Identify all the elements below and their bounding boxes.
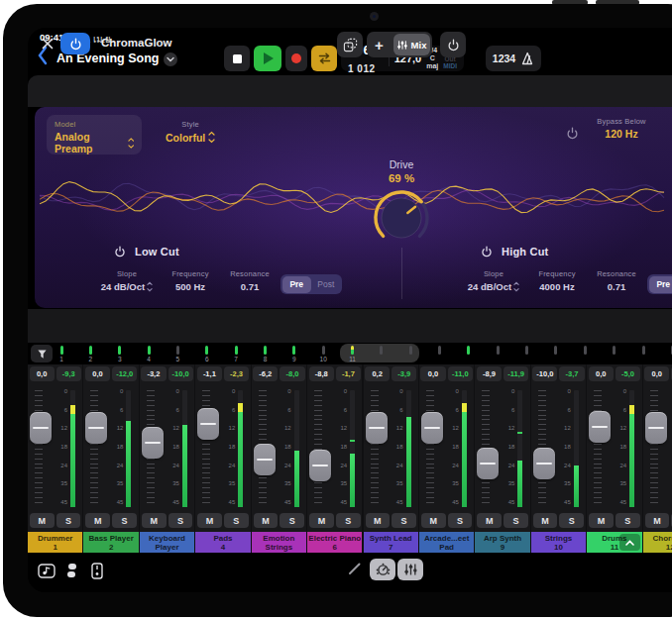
filter-button[interactable] bbox=[31, 345, 53, 362]
record-button[interactable] bbox=[285, 46, 307, 71]
mute-button[interactable]: M bbox=[85, 513, 110, 528]
fader-handle[interactable] bbox=[142, 427, 164, 459]
low-cut-pre-post[interactable]: Pre Post bbox=[280, 274, 342, 294]
peak-value[interactable]: -11,0 bbox=[448, 366, 473, 381]
mix-button[interactable]: Mix bbox=[393, 34, 430, 55]
solo-button[interactable]: S bbox=[224, 513, 249, 528]
fader-handle[interactable] bbox=[309, 450, 331, 481]
track-name-label[interactable]: Drummer1 bbox=[28, 532, 82, 553]
mute-button[interactable]: M bbox=[421, 513, 446, 528]
peak-value[interactable]: -11,9 bbox=[504, 366, 528, 381]
mute-button[interactable]: M bbox=[589, 513, 614, 528]
plugin-view-button[interactable] bbox=[370, 559, 395, 580]
peak-value[interactable]: -12,0 bbox=[112, 366, 137, 381]
track-name-label[interactable]: Emotion Strings5 bbox=[252, 532, 306, 553]
count-in-metronome[interactable]: 1234 bbox=[486, 46, 541, 71]
channel-overview-strip[interactable]: 1234567891011 bbox=[28, 345, 672, 364]
loop-browser-icon[interactable] bbox=[38, 563, 56, 579]
bypass-power-icon[interactable] bbox=[566, 127, 579, 140]
mute-button[interactable]: M bbox=[366, 513, 391, 528]
track-name-label[interactable]: Arp Synth9 bbox=[475, 532, 529, 553]
mute-button[interactable]: M bbox=[254, 513, 279, 528]
solo-button[interactable]: S bbox=[112, 513, 137, 528]
fader-handle[interactable] bbox=[477, 448, 499, 479]
mute-button[interactable]: M bbox=[533, 513, 558, 528]
cycle-button[interactable] bbox=[311, 46, 337, 71]
track-name-label[interactable]: Arcade...eet Pad8 bbox=[419, 532, 474, 553]
fader-handle[interactable] bbox=[197, 408, 219, 440]
peak-value[interactable]: -8,0 bbox=[280, 366, 304, 381]
gain-value[interactable]: 0,0 bbox=[85, 366, 110, 381]
high-cut-power-icon[interactable] bbox=[481, 246, 493, 258]
fader-handle[interactable] bbox=[85, 412, 107, 444]
solo-button[interactable]: S bbox=[448, 513, 473, 528]
mute-button[interactable]: M bbox=[142, 513, 167, 528]
track-name-label[interactable]: Electric Piano6 bbox=[307, 532, 362, 553]
solo-button[interactable]: S bbox=[168, 513, 193, 528]
track-name-label[interactable]: Drums11 bbox=[587, 532, 641, 553]
pencil-icon[interactable] bbox=[347, 561, 363, 576]
high-cut-resonance[interactable]: Resonance 0.71 bbox=[590, 269, 643, 294]
style-selector[interactable]: Style Colorful bbox=[164, 115, 217, 149]
fader-handle[interactable] bbox=[366, 412, 388, 444]
collapse-button[interactable] bbox=[619, 534, 640, 551]
fader-handle[interactable] bbox=[421, 412, 443, 444]
mute-button[interactable]: M bbox=[30, 513, 55, 528]
track-name-label[interactable]: Chorus V12 bbox=[643, 532, 672, 553]
high-cut-slope[interactable]: Slope 24 dB/Oct bbox=[463, 269, 524, 294]
track-name-label[interactable]: Pads4 bbox=[195, 532, 250, 553]
play-button[interactable] bbox=[254, 46, 281, 71]
low-cut-power-icon[interactable] bbox=[114, 246, 126, 258]
solo-button[interactable]: S bbox=[504, 513, 528, 528]
fader-handle[interactable] bbox=[645, 412, 667, 444]
drive-knob[interactable] bbox=[368, 186, 435, 250]
drive-knob-group[interactable]: Drive 69 % bbox=[362, 158, 441, 254]
plugins-icon[interactable] bbox=[64, 563, 79, 579]
gain-value[interactable]: -6,2 bbox=[253, 366, 278, 381]
solo-button[interactable]: S bbox=[559, 513, 584, 528]
mute-button[interactable]: M bbox=[309, 513, 334, 528]
post-button[interactable]: Post bbox=[311, 276, 341, 293]
fader-handle[interactable] bbox=[589, 411, 611, 443]
peak-value[interactable]: -3,9 bbox=[392, 366, 416, 381]
track-name-label[interactable]: Bass Player2 bbox=[83, 532, 138, 553]
gain-value[interactable]: 0,0 bbox=[589, 366, 614, 381]
peak-value[interactable]: -10,0 bbox=[168, 366, 193, 381]
solo-button[interactable]: S bbox=[280, 513, 304, 528]
fader-handle[interactable] bbox=[30, 412, 52, 444]
peak-value[interactable]: -2,3 bbox=[224, 366, 249, 381]
pre-button[interactable]: Pre bbox=[649, 276, 672, 293]
track-name-label[interactable]: Synth Lead7 bbox=[364, 532, 418, 553]
mute-button[interactable]: M bbox=[645, 513, 670, 528]
track-name-label[interactable]: Strings10 bbox=[531, 532, 586, 553]
stop-button[interactable] bbox=[224, 46, 250, 71]
gain-value[interactable]: -10,0 bbox=[532, 366, 557, 381]
gain-value[interactable]: -8,8 bbox=[309, 366, 334, 381]
mute-button[interactable]: M bbox=[477, 513, 502, 528]
pre-button[interactable]: Pre bbox=[282, 276, 312, 293]
title-menu-button[interactable] bbox=[164, 52, 177, 66]
peak-value[interactable]: -1,7 bbox=[336, 366, 361, 381]
gain-value[interactable]: 0,0 bbox=[30, 366, 55, 381]
low-cut-resonance[interactable]: Resonance 0.71 bbox=[223, 269, 277, 294]
mute-button[interactable]: M bbox=[197, 513, 222, 528]
low-cut-frequency[interactable]: Frequency 500 Hz bbox=[162, 269, 219, 294]
gain-value[interactable]: 0,0 bbox=[420, 366, 445, 381]
gain-value[interactable]: 0,0 bbox=[644, 366, 669, 381]
add-track-button[interactable]: + bbox=[367, 32, 392, 57]
gain-value[interactable]: 0,2 bbox=[365, 366, 390, 381]
plugin-power-button[interactable] bbox=[60, 33, 90, 54]
solo-button[interactable]: S bbox=[336, 513, 361, 528]
level-control[interactable]: Level 0.0 bbox=[665, 117, 672, 140]
mixer-power-button[interactable] bbox=[440, 32, 466, 57]
high-cut-frequency[interactable]: Frequency 4000 Hz bbox=[528, 269, 586, 294]
copy-plugin-button[interactable] bbox=[337, 32, 363, 57]
gain-value[interactable]: -1,1 bbox=[197, 366, 222, 381]
close-icon[interactable] bbox=[41, 37, 55, 51]
peak-value[interactable]: -3,7 bbox=[559, 366, 584, 381]
low-cut-slope[interactable]: Slope 24 dB/Oct bbox=[96, 269, 158, 294]
gain-value[interactable]: -3,2 bbox=[141, 366, 166, 381]
peak-value[interactable]: -9,3 bbox=[56, 366, 81, 381]
gain-value[interactable]: -8,9 bbox=[477, 366, 502, 381]
fader-handle[interactable] bbox=[533, 448, 555, 479]
